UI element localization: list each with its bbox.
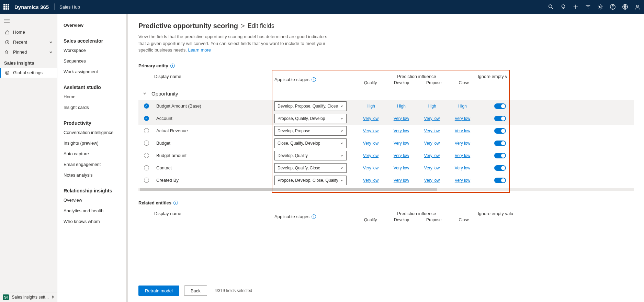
- prediction-link[interactable]: Very low: [394, 178, 409, 183]
- horizontal-scrollbar[interactable]: [138, 188, 634, 191]
- table-row: Created By Propose, Develop, Close, Qual…: [138, 174, 634, 187]
- field-name: Budget: [154, 141, 274, 146]
- prediction-link[interactable]: Very low: [363, 116, 379, 121]
- prediction-link[interactable]: Very low: [394, 141, 409, 146]
- subnav-auto-capture[interactable]: Auto capture: [64, 148, 122, 159]
- prediction-link[interactable]: Very low: [455, 178, 470, 183]
- nav-global-settings[interactable]: Global settings: [0, 68, 57, 78]
- subnav-who-knows-whom[interactable]: Who knows whom: [64, 216, 122, 227]
- prediction-link[interactable]: Very low: [455, 116, 470, 121]
- page-description: View the fields that the predictive oppo…: [138, 33, 331, 54]
- stages-dropdown[interactable]: Propose, Develop, Close, Qualify: [274, 176, 347, 185]
- subnav-sequences[interactable]: Sequences: [64, 56, 122, 66]
- prediction-link[interactable]: Very low: [455, 153, 470, 158]
- subnav-overview[interactable]: Overview: [64, 20, 122, 31]
- nav-home[interactable]: Home: [0, 27, 57, 37]
- stages-dropdown[interactable]: Develop, Qualify: [274, 151, 347, 160]
- chevron-down-icon: [143, 91, 147, 96]
- prediction-link[interactable]: Very low: [424, 128, 440, 133]
- lightbulb-icon[interactable]: [560, 4, 566, 10]
- prediction-link[interactable]: Very low: [394, 166, 409, 170]
- prediction-link[interactable]: Very low: [455, 128, 470, 133]
- prediction-link[interactable]: Very low: [363, 178, 379, 183]
- row-select-radio[interactable]: [144, 165, 149, 170]
- subnav-email-engagement[interactable]: Email engagement: [64, 159, 122, 170]
- group-opportunity[interactable]: Opportunity: [138, 87, 634, 100]
- svg-line-1: [552, 8, 553, 9]
- info-icon[interactable]: i: [170, 64, 175, 68]
- subnav-ri-overview[interactable]: Overview: [64, 195, 122, 205]
- ignore-empty-toggle[interactable]: [494, 165, 506, 171]
- svg-point-9: [613, 8, 613, 8]
- subnav-notes-analysis[interactable]: Notes analysis: [64, 170, 122, 180]
- row-select-radio[interactable]: [144, 128, 149, 133]
- prediction-link[interactable]: Very low: [455, 141, 470, 146]
- nav-footer-area-switcher[interactable]: SI Sales Insights sett... ▲▼: [0, 292, 57, 302]
- info-icon[interactable]: i: [173, 201, 178, 205]
- prediction-link[interactable]: Very low: [394, 116, 409, 121]
- ignore-empty-toggle[interactable]: [494, 103, 506, 109]
- subnav-insight-cards[interactable]: Insight cards: [64, 102, 122, 113]
- row-select-radio[interactable]: [144, 116, 149, 121]
- ignore-empty-toggle[interactable]: [494, 178, 506, 183]
- ignore-empty-toggle[interactable]: [494, 141, 506, 146]
- subnav-work-assignment[interactable]: Work assignment: [64, 66, 122, 77]
- gear-icon[interactable]: [597, 4, 603, 10]
- ignore-empty-toggle[interactable]: [494, 128, 506, 134]
- fields-selected-count: 4/319 fields selected: [215, 288, 252, 293]
- stages-dropdown[interactable]: Develop, Propose: [274, 126, 347, 136]
- search-icon[interactable]: [548, 4, 554, 10]
- subnav-workspace[interactable]: Workspace: [64, 45, 122, 56]
- primary-entity-label: Primary entity: [138, 63, 168, 68]
- row-select-radio[interactable]: [144, 153, 149, 158]
- nav-recent[interactable]: Recent: [0, 37, 57, 47]
- info-icon[interactable]: i: [312, 77, 316, 82]
- stages-dropdown[interactable]: Propose, Qualify, Develop: [274, 114, 347, 123]
- app-launcher-icon[interactable]: [3, 4, 9, 10]
- stages-dropdown[interactable]: Develop, Propose, Qualify, Close: [274, 101, 347, 111]
- row-select-radio[interactable]: [144, 103, 149, 109]
- prediction-link[interactable]: Very low: [424, 153, 440, 158]
- retrain-model-button[interactable]: Retrain model: [138, 286, 179, 296]
- prediction-link[interactable]: Very low: [394, 128, 409, 133]
- row-select-radio[interactable]: [144, 141, 149, 146]
- table-row: Budget Amount (Base) Develop, Propose, Q…: [138, 100, 634, 112]
- subcol-propose: Propose: [426, 80, 442, 85]
- learn-more-link[interactable]: Learn more: [188, 47, 211, 53]
- help-icon[interactable]: [610, 4, 616, 10]
- nav-section-sales-insights: Sales Insights: [0, 57, 57, 68]
- stages-dropdown[interactable]: Develop, Qualify, Close: [274, 163, 347, 173]
- prediction-link[interactable]: Very low: [363, 128, 379, 133]
- subnav-insights-preview[interactable]: Insights (preview): [64, 138, 122, 148]
- prediction-link[interactable]: Very low: [363, 141, 379, 146]
- prediction-link[interactable]: Very low: [424, 116, 440, 121]
- subnav-analytics-and-health[interactable]: Analytics and health: [64, 205, 122, 216]
- prediction-link[interactable]: Very low: [363, 153, 379, 158]
- grid-icon[interactable]: [622, 4, 628, 10]
- prediction-link[interactable]: Very low: [424, 178, 440, 183]
- back-button[interactable]: Back: [184, 286, 207, 296]
- subnav-conversation-intelligence[interactable]: Conversation intelligence: [64, 127, 122, 138]
- ignore-empty-toggle[interactable]: [494, 153, 506, 158]
- row-select-radio[interactable]: [144, 178, 149, 183]
- prediction-link[interactable]: High: [397, 104, 406, 109]
- stages-dropdown[interactable]: Close, Qualify, Develop: [274, 138, 347, 148]
- prediction-link[interactable]: Very low: [424, 166, 440, 170]
- prediction-link[interactable]: Very low: [455, 166, 470, 170]
- prediction-link[interactable]: High: [366, 104, 375, 109]
- hamburger-icon[interactable]: [0, 16, 57, 27]
- subnav-assistant-home[interactable]: Home: [64, 91, 122, 102]
- prediction-link[interactable]: Very low: [363, 166, 379, 170]
- prediction-link[interactable]: Very low: [424, 141, 440, 146]
- filter-icon[interactable]: [585, 4, 591, 10]
- nav-pinned[interactable]: Pinned: [0, 47, 57, 57]
- person-icon[interactable]: [634, 4, 641, 10]
- prediction-link[interactable]: High: [428, 104, 436, 109]
- prediction-link[interactable]: High: [458, 104, 467, 109]
- plus-icon[interactable]: [573, 4, 579, 10]
- col-display-name: Display name: [154, 211, 274, 222]
- ignore-empty-toggle[interactable]: [494, 116, 506, 121]
- info-icon[interactable]: i: [312, 214, 316, 219]
- fields-table: Display name Applicable stagesi Predicti…: [138, 72, 634, 191]
- prediction-link[interactable]: Very low: [394, 153, 409, 158]
